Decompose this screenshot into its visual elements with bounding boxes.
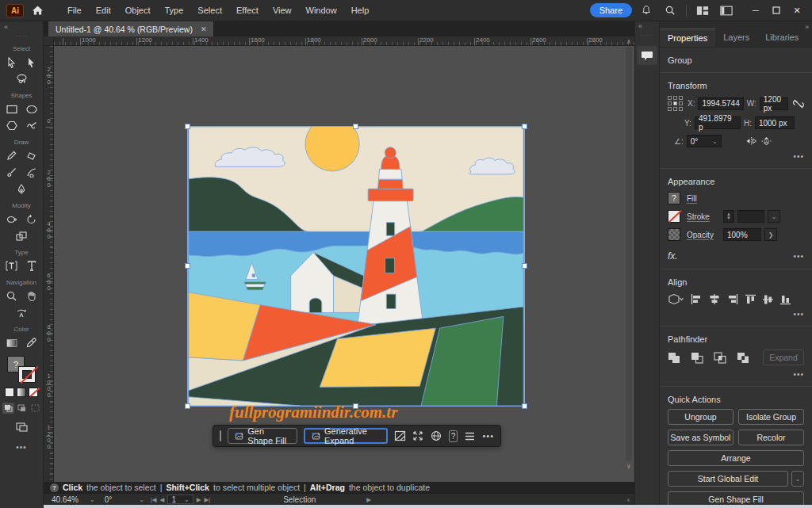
curvature-tool-icon[interactable]	[25, 166, 39, 179]
fill-stroke-indicator[interactable]: ?	[7, 356, 36, 383]
menu-edit[interactable]: Edit	[90, 3, 117, 17]
share-button[interactable]: Share	[590, 3, 632, 17]
selection-handle[interactable]	[522, 403, 527, 409]
menu-icon[interactable]	[464, 428, 476, 444]
draw-inside-icon[interactable]	[29, 403, 41, 414]
horizontal-ruler[interactable]: 1000 1200 1400 1600 1800 2000 2200 2400 …	[54, 36, 634, 46]
ruler-origin-box[interactable]	[44, 36, 54, 46]
color-swatch[interactable]	[5, 388, 14, 397]
global-edit-dropdown-icon[interactable]: ⌄	[791, 471, 804, 487]
tab-layers[interactable]: Layers	[715, 29, 757, 47]
change-screen-mode-icon[interactable]	[14, 420, 29, 434]
save-as-symbol-button[interactable]: Save as Symbol	[668, 430, 733, 445]
selection-tool-icon[interactable]	[5, 55, 19, 69]
status-menu-icon[interactable]: ▶	[366, 496, 371, 503]
selection-handle[interactable]	[522, 124, 527, 129]
stroke-width-field[interactable]	[737, 210, 764, 223]
taskbar-drag-handle[interactable]	[220, 430, 221, 441]
rectangle-tool-icon[interactable]	[5, 102, 19, 116]
width-tool-icon[interactable]	[5, 212, 19, 226]
recolor-button[interactable]: Recolor	[738, 430, 804, 445]
align-center-horizontal-icon[interactable]	[709, 294, 720, 304]
zoom-tool-icon[interactable]	[5, 289, 19, 303]
gradient-tool-icon[interactable]	[5, 336, 19, 349]
pathfinder-unite-icon[interactable]	[668, 352, 680, 364]
start-global-edit-button[interactable]: Start Global Edit	[668, 471, 788, 487]
arrange-documents-icon[interactable]	[693, 2, 712, 18]
align-right-icon[interactable]	[727, 294, 738, 304]
tab-properties[interactable]: Properties	[660, 29, 715, 47]
expand-dock-icon[interactable]: »	[805, 23, 809, 31]
rotate-view-tool-icon[interactable]	[14, 306, 29, 319]
fill-label[interactable]: Fill	[687, 194, 697, 203]
menu-object[interactable]: Object	[119, 3, 157, 17]
fill-color-swatch[interactable]: ?	[668, 192, 680, 204]
vertical-scrollbar[interactable]: ∧ ∨	[624, 38, 634, 470]
none-swatch[interactable]	[29, 388, 38, 397]
tab-close-icon[interactable]: ✕	[201, 25, 207, 33]
gen-shape-fill-button[interactable]: Gen Shape Fill	[228, 428, 297, 444]
expand-button[interactable]: Expand	[763, 349, 804, 365]
paintbrush-tool-icon[interactable]	[5, 166, 19, 179]
menu-view[interactable]: View	[266, 3, 298, 17]
align-top-icon[interactable]	[745, 294, 756, 305]
rotation-dropdown[interactable]: 0°⌄	[102, 495, 147, 504]
pathfinder-more-icon[interactable]: •••	[668, 370, 804, 379]
draw-normal-icon[interactable]	[2, 403, 14, 414]
collapse-status-icon[interactable]: ‹	[627, 495, 630, 504]
workspace-switcher-icon[interactable]	[717, 2, 736, 18]
canvas-area[interactable]: 1000 1200 1400 1600 1800 2000 2200 2400 …	[44, 36, 634, 508]
stroke-label[interactable]: Stroke	[687, 212, 720, 221]
rotate-dropdown[interactable]: 0°⌄	[687, 135, 722, 147]
appearance-more-icon[interactable]: •••	[793, 252, 804, 261]
scroll-down-icon[interactable]: ∨	[626, 463, 631, 470]
selection-handle[interactable]	[185, 263, 190, 269]
direct-selection-tool-icon[interactable]	[25, 55, 39, 69]
align-center-vertical-icon[interactable]	[763, 294, 773, 305]
menu-select[interactable]: Select	[191, 3, 228, 17]
reference-point-selector[interactable]	[668, 96, 683, 111]
stroke-swatch-none[interactable]	[18, 366, 36, 383]
rotate-tool-icon[interactable]	[25, 212, 39, 226]
flip-vertical-icon[interactable]	[760, 136, 772, 146]
selection-handle[interactable]	[185, 124, 190, 129]
panel-grip[interactable]: ·····	[641, 33, 654, 38]
h-field[interactable]: 1000 px	[755, 116, 795, 129]
polygon-tool-icon[interactable]	[5, 119, 19, 132]
notifications-bell-icon[interactable]	[637, 2, 656, 18]
opacity-options-icon[interactable]: ❯	[764, 228, 777, 241]
pathfinder-minus-front-icon[interactable]	[691, 352, 703, 364]
constrain-proportions-off-icon[interactable]	[793, 98, 804, 109]
edit-toolbar-more-icon[interactable]: •••	[16, 443, 27, 452]
mask-icon[interactable]	[394, 428, 406, 444]
pathfinder-intersect-icon[interactable]	[714, 352, 726, 364]
minimize-icon[interactable]: ─	[745, 3, 766, 17]
tab-libraries[interactable]: Libraries	[757, 29, 806, 47]
align-bottom-icon[interactable]	[780, 294, 791, 305]
contextual-task-bar[interactable]: Gen Shape Fill Generative Expand ? •••	[213, 425, 501, 447]
opacity-field[interactable]: 100%	[723, 228, 761, 241]
ellipse-tool-icon[interactable]	[25, 102, 39, 116]
eraser-tool-icon[interactable]	[25, 149, 39, 162]
ungroup-button[interactable]: Ungroup	[668, 409, 733, 425]
stroke-width-stepper[interactable]: ▲▼	[723, 210, 734, 223]
scrollbar-track[interactable]	[626, 47, 632, 461]
close-window-icon[interactable]: ✕	[787, 3, 807, 17]
flip-horizontal-icon[interactable]	[745, 136, 757, 146]
align-more-icon[interactable]: •••	[668, 310, 804, 319]
vertical-ruler[interactable]: 200 0 200 400 600 800 1000 1200	[44, 46, 54, 508]
pencil-tool-icon[interactable]	[5, 149, 19, 162]
help-icon[interactable]: ?	[449, 430, 458, 442]
align-to-selection-dropdown-icon[interactable]	[668, 293, 684, 305]
menu-file[interactable]: File	[61, 3, 88, 17]
generative-expand-button[interactable]: Generative Expand	[304, 428, 388, 444]
w-field[interactable]: 1200 px	[760, 97, 788, 110]
selection-handle[interactable]	[522, 263, 527, 269]
isolate-group-button[interactable]: Isolate Group	[738, 409, 804, 425]
opacity-icon[interactable]	[668, 228, 680, 241]
menu-type[interactable]: Type	[159, 3, 190, 17]
collapse-toolbar-icon[interactable]: «	[4, 23, 8, 31]
document-tab[interactable]: Untitled-1 @ 40.64 % (RGB/Preview) ✕	[48, 21, 213, 36]
zoom-level-dropdown[interactable]: 40.64%⌄	[48, 495, 98, 504]
scroll-up-icon[interactable]: ∧	[626, 38, 631, 45]
